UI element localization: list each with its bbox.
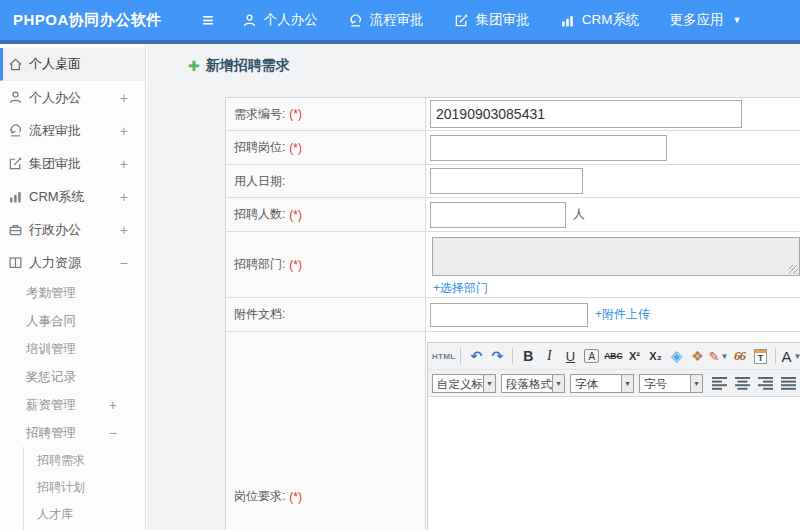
sidebar-item-label: 人事合同 [26, 313, 76, 330]
sidebar-item-label: 人力资源 [29, 254, 81, 272]
sidebar-item-hr-contract[interactable]: 人事合同 [0, 307, 145, 335]
editor-content-area[interactable] [428, 397, 800, 530]
sidebar-item-recruit-plan[interactable]: 招聘计划 [24, 474, 145, 501]
sidebar-item-attendance[interactable]: 考勤管理 [0, 279, 145, 307]
sidebar-item-recruitment[interactable]: 招聘管理 − [0, 419, 145, 447]
caret-down-icon: ▼ [553, 374, 565, 393]
sidebar-item-recruit-demand[interactable]: 招聘需求 [24, 447, 145, 474]
field-label: 岗位要求: [234, 488, 285, 505]
collapse-minus-icon: − [109, 425, 117, 441]
topbar: PHPOA协同办公软件 ≡ 个人办公 流程审批 集团审批 [0, 0, 800, 40]
align-right-icon[interactable] [758, 377, 773, 390]
align-center-icon[interactable] [735, 377, 750, 390]
blockquote-button[interactable]: 66 [729, 345, 749, 367]
app-logo[interactable]: PHPOA协同办公软件 [0, 11, 190, 30]
sidebar-item-crm[interactable]: CRM系统 + [0, 180, 145, 213]
required-mark: (*) [289, 208, 302, 222]
expand-plus-icon: + [120, 156, 128, 172]
required-mark: (*) [289, 258, 302, 272]
redo-icon[interactable]: ↷ [487, 345, 507, 367]
italic-button[interactable]: I [539, 345, 559, 367]
page-title: ✚ 新增招聘需求 [188, 57, 290, 75]
field-label: 用人日期: [234, 173, 285, 190]
custom-heading-dropdown[interactable]: 自定义标题 ▼ [432, 374, 496, 393]
sidebar-item-salary[interactable]: 薪资管理 + [0, 391, 145, 419]
nav-personal-office[interactable]: 个人办公 [242, 11, 318, 29]
position-input[interactable] [430, 135, 667, 161]
sidebar-item-label: 招聘管理 [26, 425, 76, 442]
nav-workflow-approval[interactable]: 流程审批 [348, 11, 424, 29]
form-row-req-no: 需求编号: (*) [226, 98, 800, 130]
flow-arrow-icon [348, 13, 363, 28]
sidebar-item-label: 个人桌面 [29, 55, 81, 73]
field-label: 招聘人数: [234, 206, 285, 223]
sidebar-item-training[interactable]: 培训管理 [0, 335, 145, 363]
font-color-button[interactable]: A [584, 349, 599, 363]
sidebar-item-workflow-approval[interactable]: 流程审批 + [0, 114, 145, 147]
sidebar-item-rewards[interactable]: 奖惩记录 [0, 363, 145, 391]
underline-button[interactable]: U [560, 345, 580, 367]
sidebar-item-label: 个人办公 [29, 89, 81, 107]
align-justify-icon[interactable] [781, 377, 796, 390]
sidebar-item-hr[interactable]: 人力资源 − [0, 246, 145, 279]
sidebar-item-personal-office[interactable]: 个人办公 + [0, 81, 145, 114]
caret-down-icon: ▼ [622, 374, 634, 393]
font-size-dropdown[interactable]: 字号 ▼ [639, 374, 703, 393]
caret-down-icon: ▼ [691, 374, 703, 393]
bold-button[interactable]: B [518, 345, 538, 367]
department-textarea[interactable] [432, 237, 800, 276]
caret-down-icon: ▼ [484, 374, 496, 393]
top-navigation: 个人办公 流程审批 集团审批 CRM系统 更多应用 [242, 11, 772, 29]
subscript-button[interactable]: X₂ [645, 345, 665, 367]
form-row-headcount: 招聘人数: (*) 人 [226, 197, 800, 231]
sidebar-item-group-approval[interactable]: 集团审批 + [0, 147, 145, 180]
sidebar-item-label: 奖惩记录 [26, 369, 76, 386]
sidebar-item-label: 行政办公 [29, 221, 81, 239]
format-painter-icon[interactable]: ❖ [687, 345, 707, 367]
sidebar-recruitment-submenu: 招聘需求 招聘计划 人才库 [23, 447, 145, 530]
edit-square-icon [8, 156, 23, 171]
toolbar-separator [460, 348, 461, 364]
nav-group-approval[interactable]: 集团审批 [454, 11, 530, 29]
expand-plus-icon: + [120, 90, 128, 106]
attachment-input[interactable] [430, 303, 588, 327]
editor-toolbar-row2: 自定义标题 ▼ 段落格式 ▼ 字体 ▼ 字号 ▼ [428, 370, 800, 397]
remove-format-icon[interactable]: ◈ [666, 345, 686, 367]
employ-date-input[interactable] [430, 168, 583, 194]
field-label: 需求编号: [234, 106, 285, 123]
font-family-dropdown[interactable]: 字体 ▼ [570, 374, 634, 393]
sidebar-item-label: 集团审批 [29, 155, 81, 173]
add-plus-icon: ✚ [188, 58, 200, 74]
rich-text-editor: HTML ↶ ↷ B I U A ABC X² X₂ ◈ ❖ [427, 342, 800, 530]
caret-down-icon: ▼ [732, 15, 741, 25]
sidebar-item-admin-office[interactable]: 行政办公 + [0, 213, 145, 246]
nav-crm-system[interactable]: CRM系统 [560, 11, 640, 29]
attachment-upload-link[interactable]: +附件上传 [595, 306, 650, 323]
sidebar-item-label: CRM系统 [29, 188, 85, 206]
sidebar: 个人桌面 个人办公 + 流程审批 + 集团审批 + CRM系统 [0, 44, 146, 530]
paragraph-format-dropdown[interactable]: 段落格式 ▼ [501, 374, 565, 393]
undo-icon[interactable]: ↶ [466, 345, 486, 367]
sidebar-item-label: 培训管理 [26, 341, 76, 358]
select-department-link[interactable]: +选择部门 [433, 280, 488, 297]
highlight-pen-icon[interactable]: ✎ ▼ [708, 345, 728, 367]
sidebar-item-talent-pool[interactable]: 人才库 [24, 501, 145, 528]
req-no-input[interactable] [430, 100, 742, 128]
menu-toggle-icon[interactable]: ≡ [202, 10, 214, 30]
font-options-button[interactable]: A ▼ [781, 345, 800, 367]
source-code-button[interactable]: HTML [432, 345, 455, 367]
headcount-input[interactable] [430, 202, 566, 228]
briefcase-icon [8, 222, 23, 237]
sidebar-item-label: 考勤管理 [26, 285, 76, 302]
strikethrough-button[interactable]: ABC [603, 345, 623, 367]
user-icon [242, 13, 257, 28]
sidebar-item-label: 招聘计划 [37, 479, 85, 496]
nav-more-apps[interactable]: 更多应用 ▼ [669, 11, 741, 29]
paste-button[interactable]: T [750, 345, 770, 367]
superscript-button[interactable]: X² [624, 345, 644, 367]
align-left-icon[interactable] [712, 377, 727, 390]
field-label: 附件文档: [234, 306, 285, 323]
field-label: 招聘岗位: [234, 139, 285, 156]
sidebar-item-desktop[interactable]: 个人桌面 [0, 48, 145, 81]
form-row-position: 招聘岗位: (*) [226, 130, 800, 164]
